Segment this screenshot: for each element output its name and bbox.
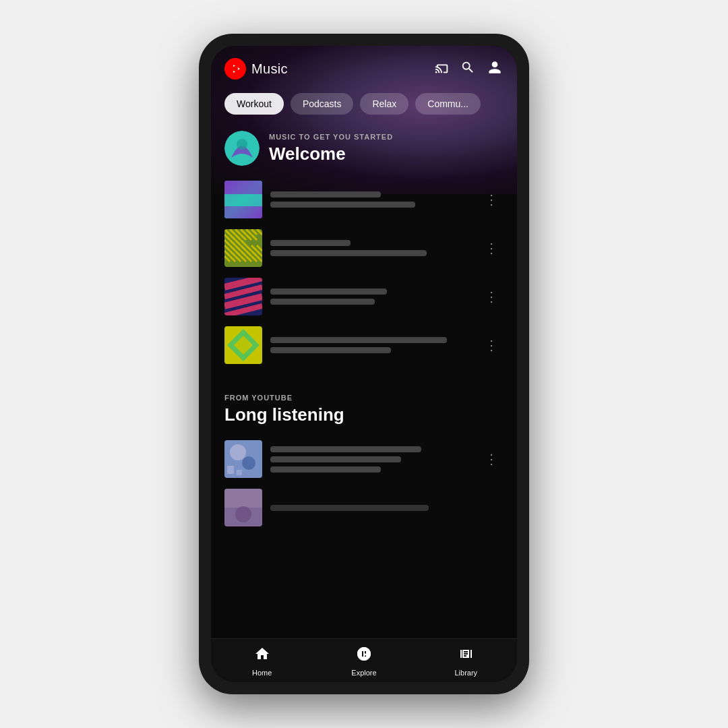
track-item[interactable] bbox=[224, 483, 504, 532]
svg-rect-62 bbox=[224, 489, 262, 508]
track-item[interactable]: ⋮ bbox=[224, 321, 504, 369]
nav-library-label: Library bbox=[455, 669, 478, 677]
track-thumbnail bbox=[224, 326, 262, 364]
track-thumbnail bbox=[224, 489, 262, 526]
account-icon[interactable] bbox=[486, 59, 504, 80]
track-info bbox=[270, 337, 471, 353]
logo-area: Music bbox=[224, 58, 288, 80]
long-listening-title: Long listening bbox=[224, 404, 504, 425]
explore-icon bbox=[356, 646, 372, 666]
svg-rect-60 bbox=[237, 470, 242, 475]
nav-explore[interactable]: Explore bbox=[313, 646, 415, 677]
phone-frame: Music bbox=[199, 34, 529, 694]
svg-point-57 bbox=[230, 444, 246, 460]
nav-home-label: Home bbox=[252, 669, 272, 677]
category-tabs: Workout Podcasts Relax Commu... bbox=[211, 88, 517, 124]
yt-music-logo bbox=[224, 58, 246, 80]
track-more-button[interactable]: ⋮ bbox=[479, 237, 504, 259]
svg-rect-8 bbox=[224, 206, 262, 218]
home-icon bbox=[254, 646, 270, 666]
svg-rect-59 bbox=[227, 466, 234, 474]
track-item[interactable]: ⋮ bbox=[224, 224, 504, 272]
welcome-section-header: MUSIC TO GET YOU STARTED Welcome bbox=[224, 131, 504, 166]
track-info bbox=[270, 505, 504, 511]
track-title-line bbox=[270, 240, 351, 246]
main-content: MUSIC TO GET YOU STARTED Welcome bbox=[211, 124, 517, 638]
svg-point-2 bbox=[233, 66, 238, 71]
library-icon bbox=[458, 646, 474, 666]
track-item[interactable]: ⋮ bbox=[224, 175, 504, 224]
tab-relax[interactable]: Relax bbox=[360, 93, 408, 115]
track-more-button[interactable]: ⋮ bbox=[479, 334, 504, 356]
welcome-title: Welcome bbox=[269, 144, 393, 164]
track-thumbnail bbox=[224, 440, 262, 478]
track-info bbox=[270, 289, 471, 305]
track-subtitle-line bbox=[270, 456, 401, 462]
track-thumbnail bbox=[224, 181, 262, 218]
nav-library[interactable]: Library bbox=[415, 646, 517, 677]
tab-podcasts[interactable]: Podcasts bbox=[291, 93, 354, 115]
track-subtitle-line bbox=[270, 202, 415, 208]
track-info bbox=[270, 446, 471, 473]
app-name: Music bbox=[251, 61, 288, 77]
svg-rect-6 bbox=[224, 181, 262, 194]
svg-point-63 bbox=[235, 506, 251, 522]
search-icon[interactable] bbox=[460, 60, 475, 78]
bottom-nav: Home Explore Library bbox=[211, 638, 517, 682]
track-subtitle-line bbox=[270, 250, 427, 256]
header-icons bbox=[435, 59, 504, 80]
track-meta-line bbox=[270, 466, 381, 473]
track-subtitle-line bbox=[270, 299, 375, 305]
track-info bbox=[270, 191, 471, 208]
long-listening-section: FROM YOUTUBE Long listening bbox=[211, 383, 517, 539]
welcome-title-block: MUSIC TO GET YOU STARTED Welcome bbox=[269, 133, 393, 164]
track-title-line bbox=[270, 446, 421, 452]
cast-icon[interactable] bbox=[435, 60, 450, 78]
tab-community[interactable]: Commu... bbox=[415, 93, 481, 115]
long-listening-label: FROM YOUTUBE bbox=[224, 394, 504, 402]
track-title-line bbox=[270, 191, 381, 198]
welcome-avatar bbox=[224, 131, 260, 166]
phone-screen: Music bbox=[211, 46, 517, 682]
app-header: Music bbox=[211, 46, 517, 88]
track-thumbnail bbox=[224, 278, 262, 315]
nav-home[interactable]: Home bbox=[211, 646, 313, 677]
track-item[interactable]: ⋮ bbox=[224, 435, 504, 483]
nav-explore-label: Explore bbox=[351, 669, 376, 677]
welcome-section: MUSIC TO GET YOU STARTED Welcome bbox=[211, 124, 517, 383]
track-more-button[interactable]: ⋮ bbox=[479, 448, 504, 470]
tab-workout[interactable]: Workout bbox=[224, 93, 284, 115]
track-thumbnail bbox=[224, 229, 262, 267]
track-more-button[interactable]: ⋮ bbox=[479, 286, 504, 307]
track-title-line bbox=[270, 505, 429, 511]
track-subtitle-line bbox=[270, 347, 391, 353]
track-info bbox=[270, 240, 471, 256]
track-title-line bbox=[270, 289, 387, 295]
svg-point-58 bbox=[242, 456, 255, 470]
welcome-label: MUSIC TO GET YOU STARTED bbox=[269, 133, 393, 141]
track-more-button[interactable]: ⋮ bbox=[479, 189, 504, 210]
track-item[interactable]: ⋮ bbox=[224, 272, 504, 321]
svg-rect-7 bbox=[224, 194, 262, 206]
track-title-line bbox=[270, 337, 447, 343]
svg-point-4 bbox=[237, 139, 247, 150]
